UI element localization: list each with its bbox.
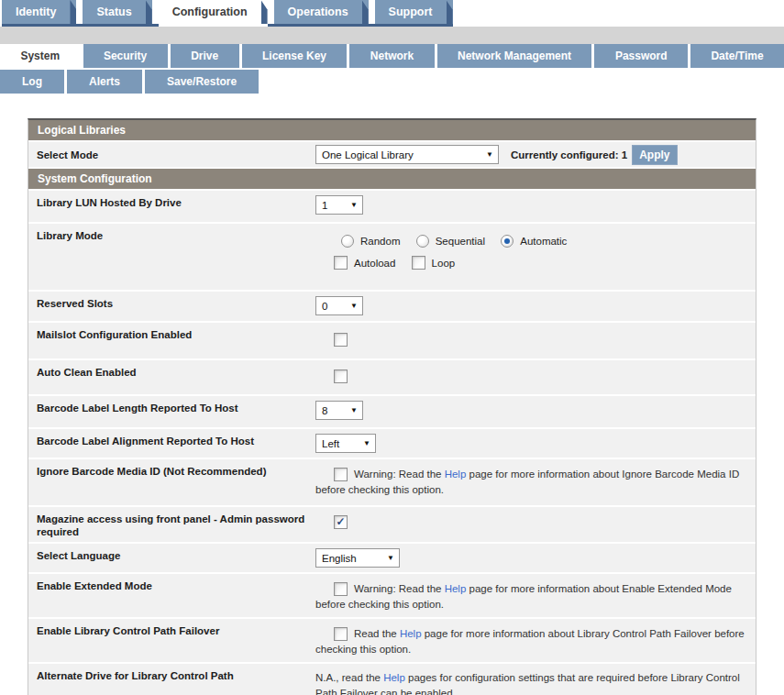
subtab-security[interactable]: Security — [83, 44, 171, 68]
tab-support-label: Support — [389, 6, 433, 18]
row-select-mode: Select Mode One Logical Library ▼ Curren… — [28, 142, 756, 169]
row-auto-clean: Auto Clean Enabled — [28, 360, 756, 396]
primary-tab-bar: Identity Status Configuration Operations… — [2, 0, 453, 27]
tab-identity-label: Identity — [16, 6, 56, 18]
radio-automatic-label: Automatic — [520, 236, 567, 247]
chevron-down-icon: ▼ — [387, 555, 394, 562]
ignore-barcode-checkbox[interactable] — [334, 468, 348, 481]
row-library-lun: Library LUN Hosted By Drive 1 ▼ — [28, 191, 756, 224]
help-link[interactable]: Help — [445, 583, 467, 594]
reserved-slots-label: Reserved Slots — [28, 292, 315, 321]
select-language-label: Select Language — [28, 544, 315, 572]
row-extended-mode: Enable Extended Mode Warning: Read the H… — [28, 574, 756, 619]
subtab-password[interactable]: Password — [594, 44, 690, 68]
tab-status[interactable]: Status — [83, 0, 151, 24]
help-link[interactable]: Help — [383, 672, 405, 683]
tab-identity[interactable]: Identity — [2, 0, 76, 24]
loop-checkbox[interactable] — [412, 256, 425, 270]
subtab-date-time[interactable]: Date/Time — [690, 44, 784, 68]
barcode-length-value: 8 — [322, 405, 327, 416]
currently-configured-text: Currently configured: 1 — [511, 149, 627, 160]
radio-random-label: Random — [360, 236, 400, 247]
mailslot-label: Mailslot Configuration Enabled — [28, 323, 315, 359]
tab-status-label: Status — [96, 6, 131, 18]
chevron-down-icon: ▼ — [350, 303, 358, 310]
extended-mode-label: Enable Extended Mode — [28, 574, 315, 617]
section-header-system-configuration: System Configuration — [28, 169, 756, 191]
loop-label: Loop — [432, 258, 456, 269]
apply-button[interactable]: Apply — [632, 145, 677, 165]
note-text: N.A., read the — [315, 672, 383, 683]
tab-operations[interactable]: Operations — [274, 0, 369, 24]
chevron-down-icon: ▼ — [350, 407, 358, 414]
extended-mode-checkbox[interactable] — [334, 582, 348, 596]
row-barcode-length: Barcode Label Length Reported To Host 8 … — [28, 396, 756, 429]
select-language-dropdown[interactable]: English ▼ — [315, 548, 400, 568]
row-select-language: Select Language English ▼ — [28, 544, 756, 574]
barcode-alignment-dropdown[interactable]: Left ▼ — [315, 434, 376, 453]
magazine-access-checkbox[interactable] — [334, 515, 348, 529]
row-reserved-slots: Reserved Slots 0 ▼ — [28, 292, 756, 323]
subtab-network-management[interactable]: Network Management — [437, 44, 595, 68]
auto-clean-checkbox[interactable] — [334, 370, 348, 383]
chevron-down-icon: ▼ — [350, 202, 358, 209]
library-lun-dropdown[interactable]: 1 ▼ — [315, 195, 363, 215]
chevron-down-icon: ▼ — [363, 440, 370, 447]
subtab-save-restore[interactable]: Save/Restore — [145, 70, 261, 94]
subtab-network[interactable]: Network — [349, 44, 436, 68]
library-mode-label: Library Mode — [28, 224, 315, 290]
tab-configuration-label: Configuration — [172, 6, 248, 18]
radio-random[interactable] — [341, 235, 354, 248]
row-control-path-failover: Enable Library Control Path Failover Rea… — [28, 619, 756, 664]
autoload-label: Autoload — [354, 258, 395, 269]
select-mode-value: One Logical Library — [322, 149, 414, 160]
note-text: Read the — [354, 628, 400, 639]
subtab-alerts[interactable]: Alerts — [67, 70, 145, 94]
library-lun-value: 1 — [322, 200, 327, 211]
configuration-table: Logical Libraries Select Mode One Logica… — [28, 118, 756, 695]
extended-mode-note: Warning: Read the Help page for more inf… — [315, 581, 750, 612]
select-mode-label: Select Mode — [28, 142, 315, 167]
library-mode-radio-group: Random Sequential Automatic — [315, 235, 750, 248]
radio-sequential[interactable] — [416, 235, 429, 248]
subtab-log[interactable]: Log — [0, 70, 67, 94]
tab-configuration[interactable]: Configuration — [159, 0, 268, 24]
auto-clean-label: Auto Clean Enabled — [28, 360, 315, 394]
row-alternate-drive: Alternate Drive for Library Control Path… — [28, 664, 756, 695]
autoload-checkbox[interactable] — [334, 256, 348, 270]
radio-sequential-label: Sequential — [436, 236, 485, 247]
help-link[interactable]: Help — [445, 469, 467, 480]
row-ignore-barcode: Ignore Barcode Media ID (Not Recommended… — [28, 459, 756, 507]
library-mode-checkbox-group: Autoload Loop — [315, 256, 750, 270]
reserved-slots-dropdown[interactable]: 0 ▼ — [315, 296, 363, 315]
row-magazine-access: Magazine access using front panel - Admi… — [28, 507, 756, 544]
control-path-failover-checkbox[interactable] — [334, 627, 348, 641]
barcode-length-label: Barcode Label Length Reported To Host — [28, 396, 315, 427]
help-link[interactable]: Help — [400, 628, 422, 639]
radio-automatic[interactable] — [501, 235, 513, 248]
chevron-down-icon: ▼ — [486, 151, 493, 159]
tab-operations-label: Operations — [288, 6, 348, 18]
barcode-length-dropdown[interactable]: 8 ▼ — [315, 401, 363, 420]
note-text: Warning: Read the — [354, 583, 445, 594]
sub-tab-row-2: Log Alerts Save/Restore — [0, 70, 784, 94]
tab-support[interactable]: Support — [375, 0, 453, 24]
control-path-failover-note: Read the Help page for more information … — [315, 626, 750, 657]
alternate-drive-note: N.A., read the Help pages for configurat… — [315, 670, 750, 695]
control-path-failover-label: Enable Library Control Path Failover — [28, 619, 315, 662]
row-library-mode: Library Mode Random Sequential Automatic… — [28, 224, 756, 292]
library-lun-label: Library LUN Hosted By Drive — [28, 191, 315, 222]
reserved-slots-value: 0 — [322, 301, 327, 312]
subtab-system[interactable]: System — [0, 44, 83, 68]
subtab-drive[interactable]: Drive — [171, 44, 242, 68]
sub-tab-row-1: System Security Drive License Key Networ… — [0, 44, 784, 68]
ignore-barcode-note: Warning: Read the Help page for more inf… — [315, 467, 750, 498]
select-mode-dropdown[interactable]: One Logical Library ▼ — [315, 145, 499, 164]
note-text: Warning: Read the — [354, 469, 445, 480]
mailslot-checkbox[interactable] — [334, 333, 348, 347]
section-header-logical-libraries: Logical Libraries — [28, 120, 756, 142]
barcode-alignment-label: Barcode Label Alignment Reported To Host — [28, 429, 315, 458]
row-mailslot: Mailslot Configuration Enabled — [28, 323, 756, 360]
subtab-license-key[interactable]: License Key — [242, 44, 350, 68]
sub-tab-band: System Security Drive License Key Networ… — [0, 27, 784, 68]
